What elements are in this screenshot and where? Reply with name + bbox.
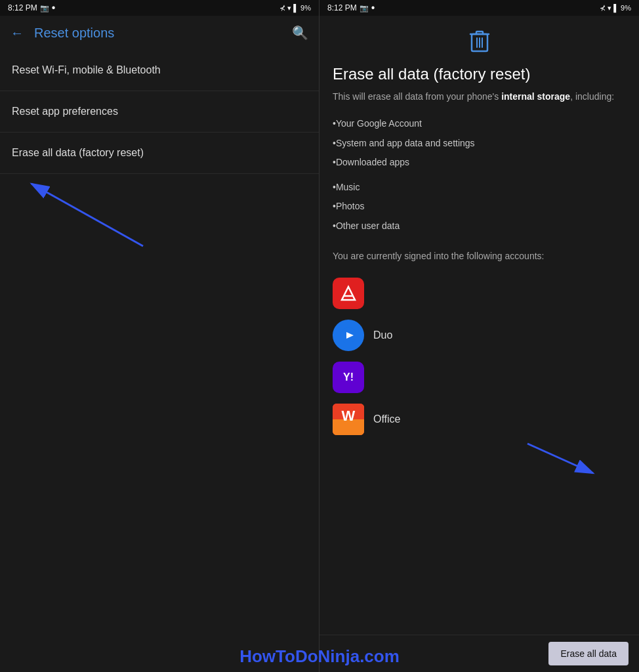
left-status-left: 8:12 PM 📷 • <box>8 2 55 14</box>
desc-end: , including: <box>570 91 614 102</box>
right-battery: 9% <box>621 4 631 12</box>
right-content: Erase all data (factory reset) This will… <box>320 16 639 635</box>
account-row-adobe <box>333 272 626 314</box>
factory-reset-desc: This will erase all data from your phone… <box>333 90 626 104</box>
left-time: 8:12 PM <box>8 3 37 12</box>
bullet-photos: •Photos <box>333 197 626 217</box>
back-button[interactable]: ← <box>10 26 24 41</box>
svg-marker-3 <box>342 287 355 300</box>
right-status-bar: 8:12 PM 📷 • ⊀ ▾ ▌ 9% <box>320 0 639 16</box>
search-icon[interactable]: 🔍 <box>292 25 308 41</box>
right-dot: • <box>371 2 375 14</box>
erase-all-data-button[interactable]: Erase all data <box>548 642 629 665</box>
menu-item-wifi[interactable]: Reset Wi-Fi, mobile & Bluetooth <box>0 50 319 91</box>
right-status-right: ⊀ ▾ ▌ 9% <box>600 4 631 12</box>
left-menu: Reset Wi-Fi, mobile & Bluetooth Reset ap… <box>0 50 319 672</box>
left-dot: • <box>52 2 56 14</box>
left-signal-icon: ▌ <box>293 4 299 12</box>
left-camera-icon: 📷 <box>40 4 49 12</box>
right-wifi-icon: ▾ <box>608 4 611 12</box>
page-title: Reset options <box>34 26 281 41</box>
signed-in-text: You are currently signed into the follow… <box>333 249 626 263</box>
left-header: ← Reset options 🔍 <box>0 16 319 50</box>
account-row-yahoo: Y! <box>333 356 626 398</box>
right-bluetooth-icon: ⊀ <box>600 4 606 12</box>
right-status-left: 8:12 PM 📷 • <box>327 2 375 14</box>
trash-icon <box>333 29 626 57</box>
annotation-arrow-left <box>12 174 182 259</box>
bullet-music: •Music <box>333 178 626 198</box>
left-panel: 8:12 PM 📷 • ⊀ ▾ ▌ 9% ← Reset options 🔍 R… <box>0 0 320 672</box>
left-status-right: ⊀ ▾ ▌ 9% <box>279 4 311 12</box>
yahoo-icon: Y! <box>333 362 364 393</box>
left-battery: 9% <box>300 4 311 12</box>
right-panel: 8:12 PM 📷 • ⊀ ▾ ▌ 9% Erase all <box>320 0 639 672</box>
right-time: 8:12 PM <box>327 3 357 12</box>
annotation-arrow-right-container <box>333 440 626 480</box>
desc-start: This will erase all data from your phone… <box>333 91 501 102</box>
bullet-system: •System and app data and settings <box>333 134 626 154</box>
svg-line-1 <box>31 184 143 246</box>
annotation-arrow-right <box>488 440 619 480</box>
duo-label: Duo <box>373 329 392 341</box>
office-label: Office <box>373 413 401 425</box>
bullet-userdata: •Other user data <box>333 217 626 236</box>
svg-line-11 <box>527 444 593 473</box>
duo-icon <box>333 320 364 351</box>
svg-text:W: W <box>342 408 356 424</box>
left-wifi-icon: ▾ <box>287 4 291 12</box>
left-status-bar: 8:12 PM 📷 • ⊀ ▾ ▌ 9% <box>0 0 319 16</box>
bottom-bar: Erase all data <box>320 635 639 672</box>
desc-bold: internal storage <box>501 91 570 102</box>
bullet-apps: •Downloaded apps <box>333 153 626 173</box>
annotation-arrow-container <box>12 174 307 266</box>
right-camera-icon: 📷 <box>360 4 369 12</box>
adobe-icon <box>333 278 364 309</box>
right-signal-icon: ▌ <box>613 4 619 12</box>
bullet-google: •Your Google Account <box>333 114 626 134</box>
account-row-office: W Office <box>333 398 626 440</box>
office-icon: W <box>333 404 364 435</box>
left-bluetooth-icon: ⊀ <box>279 4 285 12</box>
account-row-duo: Duo <box>333 314 626 356</box>
menu-item-factory-reset[interactable]: Erase all data (factory reset) <box>0 133 319 174</box>
menu-item-app-prefs[interactable]: Reset app preferences <box>0 91 319 133</box>
factory-reset-title: Erase all data (factory reset) <box>333 65 626 83</box>
